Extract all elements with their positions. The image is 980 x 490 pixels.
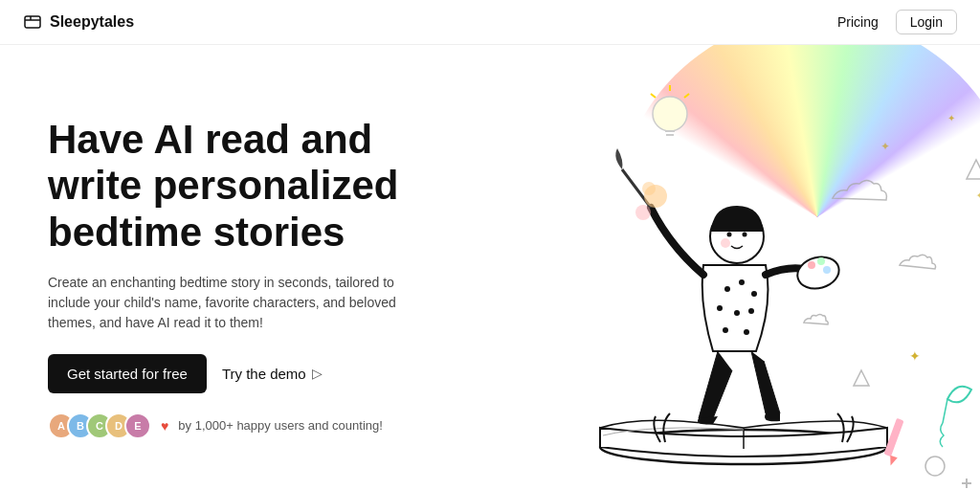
- svg-point-7: [734, 310, 740, 316]
- hero-illustration: ✦ ✦ ✦ ✦ ✦ ✦ ✦: [507, 45, 980, 490]
- try-demo-label: Try the demo: [222, 366, 306, 382]
- svg-point-38: [925, 457, 945, 476]
- social-proof-text: by 1,000+ happy users and counting!: [178, 418, 383, 433]
- svg-line-22: [651, 94, 656, 98]
- nav-actions: Pricing Login: [828, 10, 957, 34]
- pricing-link[interactable]: Pricing: [828, 11, 888, 33]
- heart-icon: ♥: [161, 418, 168, 434]
- svg-point-37: [635, 205, 651, 220]
- svg-point-6: [717, 305, 723, 311]
- svg-point-3: [724, 286, 730, 292]
- logo[interactable]: Sleepytales: [23, 12, 134, 32]
- avatar: E: [124, 412, 151, 439]
- svg-text:✦: ✦: [947, 113, 955, 123]
- svg-point-19: [721, 238, 730, 248]
- svg-point-8: [748, 308, 754, 314]
- svg-marker-34: [887, 456, 898, 467]
- cta-row: Get started for free Try the demo ▷: [48, 354, 469, 393]
- svg-marker-31: [967, 160, 980, 179]
- svg-text:✦: ✦: [909, 348, 921, 364]
- svg-point-36: [642, 182, 656, 195]
- svg-point-5: [751, 291, 757, 297]
- svg-point-17: [727, 233, 732, 237]
- svg-text:✦: ✦: [880, 140, 890, 153]
- svg-point-13: [808, 261, 815, 269]
- get-started-button[interactable]: Get started for free: [48, 354, 207, 393]
- svg-point-4: [739, 279, 745, 285]
- main-content: Have AI read and write personalized bedt…: [0, 45, 980, 490]
- logo-icon: [23, 12, 42, 32]
- navbar: Sleepytales Pricing Login: [0, 0, 980, 45]
- svg-point-10: [744, 329, 749, 335]
- social-proof-row: A B C D E ♥ by 1,000+ happy users and co…: [48, 412, 469, 439]
- svg-marker-32: [854, 370, 869, 386]
- svg-point-14: [817, 257, 825, 265]
- logo-text: Sleepytales: [50, 13, 134, 31]
- svg-rect-0: [25, 16, 40, 28]
- avatar-group: A B C D E: [48, 412, 151, 439]
- svg-point-18: [743, 233, 747, 237]
- svg-point-15: [823, 266, 831, 274]
- hero-left: Have AI read and write personalized bedt…: [0, 45, 507, 490]
- demo-arrow-icon: ▷: [312, 366, 323, 381]
- try-demo-button[interactable]: Try the demo ▷: [222, 366, 323, 382]
- svg-point-9: [723, 327, 728, 333]
- svg-point-20: [653, 97, 687, 131]
- hero-subheadline: Create an enchanting bedtime story in se…: [48, 273, 412, 333]
- svg-text:✦: ✦: [976, 191, 980, 200]
- hero-headline: Have AI read and write personalized bedt…: [48, 117, 469, 256]
- character-illustration: ✦ ✦ ✦ ✦ ✦ ✦ ✦: [507, 45, 980, 490]
- svg-point-12: [794, 253, 843, 293]
- login-button[interactable]: Login: [896, 10, 957, 34]
- svg-line-23: [684, 94, 689, 98]
